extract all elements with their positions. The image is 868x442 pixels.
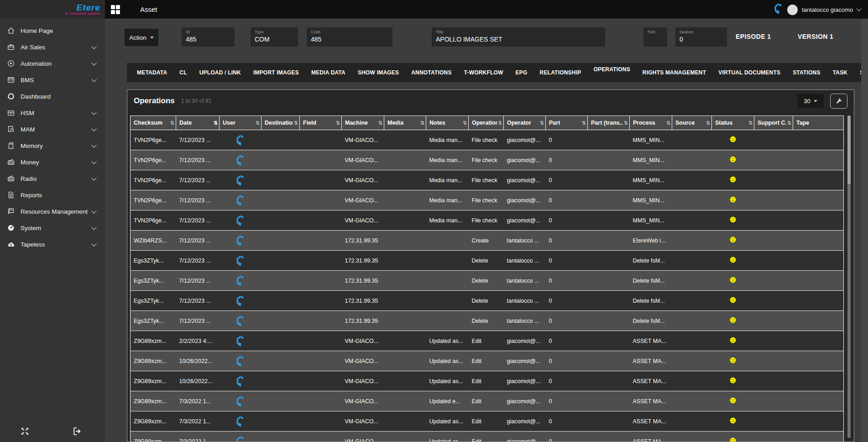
column-header-machine[interactable]: Machine⇅ (342, 116, 384, 130)
sidebar-item-home-page[interactable]: Home Page (0, 22, 105, 39)
sort-icon[interactable]: ⇅ (420, 120, 424, 126)
wrench-icon[interactable] (830, 94, 847, 109)
table-row[interactable]: Egs3ZTyk...7/12/2023 ...172.31.99.35Dele… (131, 271, 844, 291)
table-scrollbar[interactable] (847, 116, 851, 438)
column-header-part-trans[interactable]: Part (trans...⇅ (588, 116, 630, 130)
table-row[interactable]: Z9G89xzm...10/26/2022...VM-GIACO...Updat… (131, 351, 844, 371)
tab-stations[interactable]: STATIONS (793, 69, 821, 76)
tab-annotations[interactable]: ANNOTATIONS (411, 69, 451, 76)
sidebar-item-memory[interactable]: Memory (0, 137, 105, 154)
etere-logo-tagline: A consisten system (65, 11, 100, 16)
sort-icon[interactable]: ⇅ (666, 120, 670, 126)
tab-cl[interactable]: CL (179, 69, 187, 76)
apps-grid-icon[interactable] (111, 5, 121, 14)
sidebar-item-resources-management[interactable]: Resources Management (0, 203, 105, 220)
tab-task[interactable]: TASK (833, 69, 848, 76)
tab-operations[interactable]: OPERATIONS (593, 66, 630, 73)
sort-icon[interactable]: ⇅ (256, 120, 260, 126)
tab-rights-management[interactable]: RIGHTS MANAGEMENT (643, 69, 706, 76)
expand-arrows-icon[interactable] (20, 426, 30, 437)
cell-source (672, 231, 712, 251)
table-row[interactable]: Egs3ZTyk...7/12/2023 ...172.31.99.35Dele… (131, 311, 844, 331)
column-header-media[interactable]: Media⇅ (384, 116, 426, 130)
sidebar-item-hsm[interactable]: HSM (0, 105, 105, 121)
sort-icon[interactable]: ⇅ (463, 120, 467, 126)
table-row[interactable]: Z9G89xzm...7/3/2022 1...VM-GIACO...Updat… (131, 391, 844, 411)
table-row[interactable]: TVN2P6ge...7/12/2023 ...VM-GIACO...Media… (131, 130, 844, 150)
column-header-tape[interactable]: Tape (793, 116, 844, 130)
title-field[interactable]: Title APOLLO IMAGES SET (432, 27, 605, 47)
column-header-notes[interactable]: Notes⇅ (426, 116, 469, 130)
column-header-destination[interactable]: Destination⇅ (261, 116, 300, 130)
table-row[interactable]: Z9G89xzm...7/3/2022 1...VM-GIACO...Updat… (131, 411, 844, 431)
sort-icon[interactable]: ⇅ (787, 120, 791, 126)
tab-epg[interactable]: EPG (516, 69, 528, 76)
table-row[interactable]: TVN2P6ge...7/12/2023 ...VM-GIACO...Media… (131, 190, 844, 210)
tab-metadata[interactable]: METADATA (137, 69, 167, 76)
table-row[interactable]: TVN2P6ge...7/12/2023 ...VM-GIACO...Media… (131, 210, 844, 231)
column-header-support[interactable]: Support C...⇅ (754, 116, 793, 130)
sort-icon[interactable]: ⇅ (294, 120, 298, 126)
table-row[interactable]: WZIb4RZS...7/12/2023 ...172.31.99.35Crea… (131, 231, 844, 251)
column-header-operator[interactable]: Operator⇅ (504, 116, 546, 130)
user-menu[interactable]: tantalocco giacomo (774, 0, 861, 19)
cell-tape (793, 331, 844, 351)
sidebar-item-mam[interactable]: MAM (0, 121, 105, 137)
tab-import-images[interactable]: IMPORT IMAGES (253, 69, 299, 76)
column-header-process[interactable]: Process⇅ (630, 116, 672, 130)
action-button[interactable]: Action (125, 29, 158, 46)
sort-icon[interactable]: ⇅ (582, 120, 586, 126)
cell-user (220, 231, 261, 251)
column-header-operation[interactable]: Operation⇅ (469, 116, 504, 130)
sidebar-item-dashboard[interactable]: Dashboard (0, 88, 105, 105)
sort-icon[interactable]: ⇅ (706, 120, 710, 126)
sort-icon[interactable]: ⇅ (170, 120, 174, 126)
sort-active-icon[interactable]: ⇅ (214, 120, 218, 126)
tab-virtual-documents[interactable]: VIRTUAL DOCUMENTS (718, 69, 780, 76)
sort-icon[interactable]: ⇅ (540, 120, 544, 126)
table-row[interactable]: TVN2P6ge...7/12/2023 ...VM-GIACO...Media… (131, 170, 844, 190)
sidebar-item-money[interactable]: Money (0, 154, 105, 170)
table-row[interactable]: Z9G89xzm...2/2/2023 4:...VM-GIACO...Upda… (131, 331, 844, 351)
sort-icon[interactable]: ⇅ (336, 120, 340, 126)
logout-icon[interactable] (72, 426, 82, 437)
sidebar-item-reports[interactable]: Reports (0, 187, 105, 203)
column-header-checksum[interactable]: Checksum⇅ (131, 116, 176, 130)
table-row[interactable]: TVN2P6ge...7/12/2023 ...VM-GIACO...Media… (131, 150, 844, 170)
column-header-field[interactable]: Field⇅ (300, 116, 342, 130)
column-header-date[interactable]: Date⇅ (176, 116, 220, 130)
page-scrollbar[interactable] (861, 19, 868, 442)
page-size-select[interactable]: 30 (797, 94, 824, 108)
sidebar-item-tapeless[interactable]: Tapeless (0, 236, 105, 253)
part-field[interactable]: Part (643, 27, 667, 47)
sidebar-item-automation[interactable]: Automation (0, 55, 105, 72)
tab-relationship[interactable]: RELATIONSHIP (540, 69, 581, 76)
table-row[interactable]: Egs3ZTyk...7/12/2023 ...172.31.99.35Dele… (131, 251, 844, 271)
tab-t-workflow[interactable]: T-WORKFLOW (464, 69, 503, 76)
sort-icon[interactable]: ⇅ (498, 120, 502, 126)
sidebar-item-radio[interactable]: Radio (0, 170, 105, 187)
column-header-status[interactable]: Status⇅ (712, 116, 754, 130)
sort-icon[interactable]: ⇅ (624, 120, 628, 126)
code-field[interactable]: Code 485 (307, 27, 392, 47)
tab-upload-link[interactable]: UPLOAD / LINK (199, 69, 241, 76)
column-header-source[interactable]: Source⇅ (672, 116, 712, 130)
id-field[interactable]: ID 485 (182, 27, 235, 47)
table-row[interactable]: Z9G89xzm...7/3/2022 1...VM-GIACO...Updat… (131, 431, 844, 442)
tab-media-data[interactable]: MEDIA DATA (311, 69, 345, 76)
column-header-part[interactable]: Part⇅ (546, 116, 588, 130)
table-row[interactable]: Egs3ZTyk...7/12/2023 ...172.31.99.35Dele… (131, 291, 844, 311)
sort-icon[interactable]: ⇅ (378, 120, 382, 126)
type-field[interactable]: Type COM (251, 27, 298, 47)
table-scrollbar-thumb[interactable] (847, 116, 851, 184)
season-field[interactable]: Season 0 (675, 27, 727, 47)
sidebar-item-bms[interactable]: BMS (0, 72, 105, 88)
sort-icon[interactable]: ⇅ (748, 120, 753, 126)
sidebar-item-system[interactable]: System (0, 220, 105, 236)
cell-operator: tantalocco ... (504, 311, 546, 331)
sidebar-item-air-sales[interactable]: Air Sales (0, 39, 105, 55)
column-header-user[interactable]: User⇅ (220, 116, 261, 130)
tab-show-images[interactable]: SHOW IMAGES (358, 69, 399, 76)
table-row[interactable]: Z9G89xzm...10/26/2022...VM-GIACO...Updat… (131, 371, 844, 391)
cell-source (672, 190, 712, 210)
